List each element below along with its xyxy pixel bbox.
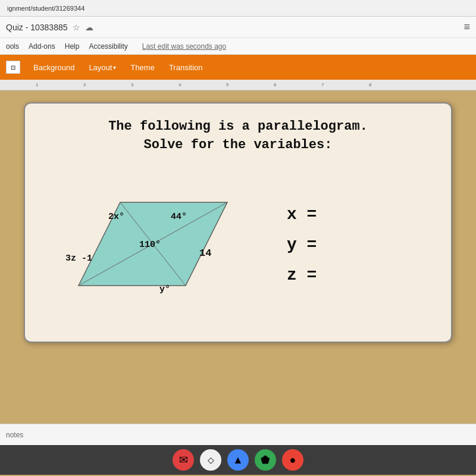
last-edit-text: Last edit was seconds ago bbox=[142, 42, 226, 51]
taskbar-mail-icon[interactable]: ✉ bbox=[173, 449, 194, 471]
label-3z: 3z -1 bbox=[65, 253, 92, 264]
slide-title-text: Quiz - 10383885 bbox=[6, 23, 68, 32]
slide-content: 2x° 44° 110° 14 3z -1 y° x = y = z = bbox=[43, 167, 433, 324]
ruler-mark-2: 2 bbox=[83, 82, 86, 87]
taskbar-blue-icon[interactable]: ▲ bbox=[227, 449, 249, 471]
layout-label: Layout bbox=[89, 63, 112, 72]
slide-title-line1: The following is a parallelogram. bbox=[43, 118, 433, 136]
taskbar: ✉ ◇ ▲ ⬟ ● bbox=[0, 445, 476, 475]
ruler-mark-6: 6 bbox=[274, 82, 276, 87]
menu-addons[interactable]: Add-ons bbox=[29, 42, 55, 51]
taskbar-green-icon[interactable]: ⬟ bbox=[255, 449, 276, 471]
label-y-degree: y° bbox=[159, 284, 170, 295]
ruler-mark-7: 7 bbox=[321, 82, 324, 87]
taskbar-white-icon[interactable]: ◇ bbox=[200, 449, 221, 471]
transition-button[interactable]: Transition bbox=[163, 61, 209, 74]
menu-tools[interactable]: ools bbox=[6, 42, 19, 51]
menu-accessibility[interactable]: Accessibility bbox=[89, 42, 127, 51]
ruler-mark-3: 3 bbox=[131, 82, 133, 87]
slide-title-line2: Solve for the variables: bbox=[43, 136, 433, 155]
parallelogram-svg: 2x° 44° 110° 14 3z -1 y° bbox=[43, 167, 263, 321]
orange-toolbar: ⊡ Background Layout ▾ Theme Transition bbox=[0, 55, 476, 80]
var-z-line: z = bbox=[287, 266, 317, 284]
star-icon[interactable]: ☆ bbox=[73, 23, 80, 32]
label-44: 44° bbox=[171, 212, 187, 222]
var-x-line: x = bbox=[287, 205, 317, 224]
menu-icon[interactable]: ≡ bbox=[464, 21, 470, 33]
main-slide-area: The following is a parallelogram. Solve … bbox=[0, 90, 476, 424]
expand-button[interactable]: ⊡ bbox=[6, 61, 20, 74]
slide-container: The following is a parallelogram. Solve … bbox=[24, 102, 452, 343]
taskbar-red-icon[interactable]: ● bbox=[282, 449, 303, 471]
parallelogram-figure: 2x° 44° 110° 14 3z -1 y° bbox=[43, 167, 269, 324]
layout-button[interactable]: Layout ▾ bbox=[83, 61, 122, 74]
url-text: ignment/student/31269344 bbox=[5, 5, 471, 12]
label-110: 110° bbox=[139, 240, 161, 250]
browser-address-bar: ignment/student/31269344 bbox=[0, 0, 476, 17]
ruler-mark-8: 8 bbox=[369, 82, 371, 87]
bottom-bar: notes bbox=[0, 424, 476, 445]
label-2x: 2x° bbox=[108, 212, 124, 222]
label-14: 14 bbox=[199, 248, 211, 259]
menu-help[interactable]: Help bbox=[65, 42, 80, 51]
var-y-line: y = bbox=[287, 236, 317, 254]
ruler-mark-5: 5 bbox=[226, 82, 228, 87]
variables-area: x = y = z = bbox=[287, 205, 433, 284]
background-button[interactable]: Background bbox=[27, 61, 80, 74]
cloud-icon: ☁ bbox=[85, 23, 93, 32]
menu-bar: ools Add-ons Help Accessibility Last edi… bbox=[0, 38, 476, 55]
expand-icon: ⊡ bbox=[11, 64, 15, 71]
ruler-mark-1: 1 bbox=[36, 82, 38, 87]
slides-titlebar: Quiz - 10383885 ☆ ☁ ≡ bbox=[0, 17, 476, 38]
theme-button[interactable]: Theme bbox=[124, 61, 160, 74]
slide-title: The following is a parallelogram. Solve … bbox=[43, 118, 433, 155]
ruler: 1 2 3 4 5 6 7 8 bbox=[0, 80, 476, 90]
ruler-mark-4: 4 bbox=[178, 82, 181, 87]
notes-label: notes bbox=[6, 431, 23, 439]
layout-chevron-icon: ▾ bbox=[113, 64, 116, 71]
